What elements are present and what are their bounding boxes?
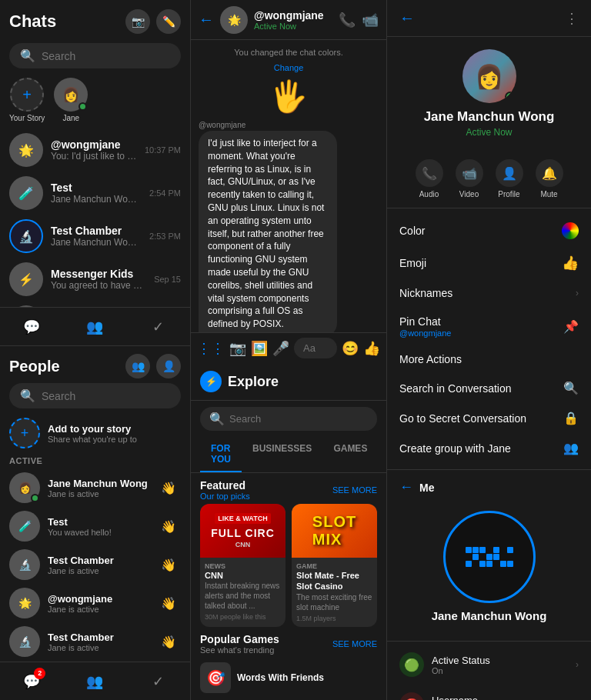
chat-name: Messenger Kids [51,268,146,280]
popular-title-group: Popular Games See what's trending [200,633,279,655]
active-status-item[interactable]: 🟢 Active Status On › [387,645,591,685]
camera-icon[interactable]: 📷 [229,340,246,357]
nav-requests-icon[interactable]: ✓ [148,671,169,692]
chevron-right-icon: › [576,288,579,298]
add-story-text: Add to your story [48,423,137,435]
people-item[interactable]: 🧪 Test You waved hello! 👋 [0,507,190,545]
featured-title: Featured [200,479,250,492]
tab-businesses[interactable]: BUSINESSES [242,437,322,472]
message-input[interactable] [303,342,328,354]
cnn-card-body: NEWS CNN Instant breaking news alerts an… [200,558,285,625]
wave-button[interactable]: 👋 [156,629,181,654]
people-avatar: 🌟 [9,588,40,618]
profile-avatar: 👩 [462,49,516,103]
add-story-row[interactable]: + Add to your story Share what you're up… [0,413,190,453]
color-menu-item[interactable]: Color [387,215,591,247]
see-more-popular[interactable]: SEE MORE [332,639,377,648]
video-button[interactable]: 📹 Video [456,159,483,198]
tab-games[interactable]: GAMES [322,437,378,472]
add-story-icon: + [9,418,40,448]
nav-chats-icon[interactable]: 💬 [21,316,42,338]
color-dot [562,222,579,239]
chat-item[interactable]: 🔬 Test Chamber Jane Manchun Wong sent an… [0,215,190,258]
chat-item[interactable]: ⚡ Messenger Kids You agreed to have Mess… [0,258,190,301]
system-change[interactable]: Change [199,63,379,72]
menu-left: Nicknames [399,287,452,299]
emoji-menu-item[interactable]: Emoji 👍 [387,247,591,279]
nicknames-menu-item[interactable]: Nicknames › [387,279,591,307]
call-icon[interactable]: 📞 [339,12,356,28]
chats-section: Chats 📷 ✏️ 🔍 + Your Story 👩 Jane [0,0,190,346]
video-icon: 📹 [456,159,483,187]
explore-search-input[interactable] [229,413,368,425]
nav-people-icon[interactable]: 👥 [84,671,105,692]
game-item[interactable]: 🎯 Words With Friends [200,658,377,698]
create-group-menu-item[interactable]: Create group with Jane 👥 [387,433,591,463]
nav-chats-icon[interactable]: 💬 2 [21,671,42,692]
compose-button[interactable]: ✏️ [156,9,181,34]
tab-for-you[interactable]: FOR YOU [200,437,242,472]
camera-button[interactable]: 📷 [125,9,150,34]
menu-right: › [576,288,579,298]
wave-emoji: 🖐️ [199,78,379,115]
like-icon[interactable]: 👍 [363,340,380,357]
popular-sub: See what's trending [200,645,279,655]
people-item[interactable]: 🔬 Test Chamber Jane is active 👋 [0,622,190,661]
mic-icon[interactable]: 🎤 [272,340,289,357]
profile-status: Active Now [466,127,512,138]
wave-button[interactable]: 👋 [156,552,181,577]
nav-requests-icon[interactable]: ✓ [148,316,169,338]
chat-preview: Jane Manchun Wong sent an actio... [51,194,142,205]
emoji-thumb: 👍 [562,255,579,272]
popular-header: Popular Games See what's trending SEE MO… [200,633,377,655]
people-item[interactable]: 🌟 @wongmjane Jane is active 👋 [0,584,190,622]
new-group-button[interactable]: 👥 [125,354,150,378]
nav-people-icon[interactable]: 👥 [84,316,105,338]
add-person-button[interactable]: 👤 [156,354,181,378]
search-conversation-menu-item[interactable]: Search in Conversation 🔍 [387,373,591,403]
slot-card[interactable]: SLOTMIX GAME Slot Mate - Free Slot Casin… [292,504,377,627]
chat-item[interactable]: 🧪 Test Jane Manchun Wong sent an actio..… [0,172,190,215]
back-button[interactable]: ← [199,11,214,28]
image-icon[interactable]: 🖼️ [251,340,268,357]
card-desc: Instant breaking news alerts and the mos… [205,581,281,611]
see-more-featured[interactable]: SEE MORE [332,485,377,495]
people-info: Test You waved hello! [48,516,149,537]
video-icon[interactable]: 📹 [362,12,379,28]
back-arrow-button[interactable]: ← [399,9,415,27]
chat-item[interactable]: 🌟 @wongmjane Jane voted for "1" in the p… [0,301,190,307]
wave-button[interactable]: 👋 [156,591,181,615]
people-item[interactable]: 🔬 Test Chamber Jane is active 👋 [0,545,190,584]
add-story-btn[interactable]: + [10,78,44,112]
chats-search-input[interactable] [42,50,170,62]
secret-conversation-menu-item[interactable]: Go to Secret Conversation 🔒 [387,403,591,433]
wave-button[interactable]: 👋 [156,514,181,538]
chat-item[interactable]: 🌟 @wongmjane You: I'd just like to inter… [0,128,190,172]
message-bubble: I'd just like to interject for a moment.… [199,131,337,332]
featured-header: Featured Our top picks SEE MORE [200,479,377,501]
emoji-icon[interactable]: 😊 [342,340,359,357]
your-story-item[interactable]: + Your Story [9,78,45,122]
more-options-icon[interactable]: ⋮ [565,10,579,27]
profile-button[interactable]: 👤 Profile [496,159,523,198]
audio-button[interactable]: 📞 Audio [416,159,443,198]
explore-search[interactable]: 🔍 [200,407,377,431]
pin-chat-menu-item[interactable]: Pin Chat @wongmjane 📌 [387,307,591,345]
explore-tabs: FOR YOU BUSINESSES GAMES [191,437,386,473]
chat-info: Test Jane Manchun Wong sent an actio... [51,182,142,205]
people-item[interactable]: 👩 Jane Manchun Wong Jane is active 👋 [0,468,190,507]
settings-label: Username [432,695,478,701]
wave-button[interactable]: 👋 [156,475,181,500]
jane-story-item[interactable]: 👩 Jane [54,78,88,122]
message-input-wrapper[interactable] [294,338,337,358]
mute-button[interactable]: 🔔 Mute [536,159,563,198]
username-item[interactable]: 🔴 Username m.me/ › [387,685,591,700]
me-back-arrow[interactable]: ← [399,479,413,495]
more-actions-menu-item[interactable]: More Actions [387,345,591,373]
people-search-input[interactable] [42,390,170,402]
cards-row: LIKE & WATCH FULL CIRC CNN NEWS CNN Inst… [200,504,377,627]
grid-icon[interactable]: ⋮⋮ [197,340,225,357]
chats-search-bar[interactable]: 🔍 [9,43,181,68]
cnn-card[interactable]: LIKE & WATCH FULL CIRC CNN NEWS CNN Inst… [200,504,285,627]
people-search-bar[interactable]: 🔍 [9,383,181,408]
